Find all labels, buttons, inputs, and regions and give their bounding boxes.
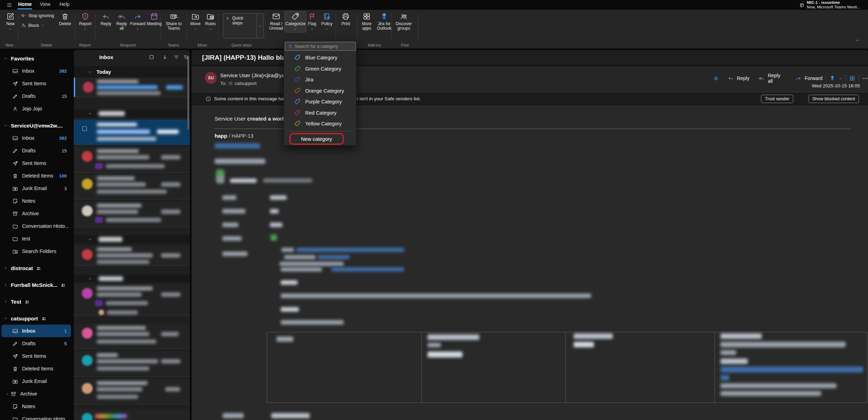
collapse-ribbon-icon[interactable] (855, 38, 860, 43)
policy-button[interactable]: Policy (319, 12, 335, 31)
forward-button[interactable]: Forward (805, 75, 823, 81)
print-button[interactable]: Print (338, 12, 354, 26)
block-button[interactable]: Block (21, 23, 44, 28)
sidebar-item-inbox[interactable]: Inbox392 (1, 65, 71, 77)
sidebar-item-inbox-selected[interactable]: Inbox1 (1, 325, 71, 337)
meeting-reminder-notification[interactable]: MIC-1 - issuetime Now, Microsoft Teams M… (799, 0, 860, 9)
recipient-name[interactable]: catsupport (235, 81, 257, 86)
sidebar-item-conversation-history[interactable]: Conversation Histo... (1, 220, 71, 232)
menu-item-blue-category[interactable]: Blue Category (284, 52, 356, 63)
flag-button[interactable]: Flag (306, 12, 319, 31)
forward-icon[interactable] (795, 75, 802, 81)
mail-list-item[interactable] (74, 246, 190, 266)
more-options-icon[interactable] (862, 75, 868, 81)
group-header-redacted[interactable] (74, 275, 190, 282)
reply-all-button[interactable]: Reply all (768, 73, 786, 84)
read-unread-button[interactable]: Read / Unread (267, 12, 285, 31)
sun-icon[interactable] (713, 75, 719, 81)
group-header-test[interactable]: Test (0, 295, 72, 308)
redacted-cell-link[interactable] (720, 367, 863, 372)
redacted-link[interactable] (296, 248, 404, 252)
jira-for-outlook-button[interactable]: Jira for Outlook (375, 12, 394, 31)
quick-steps-gallery[interactable]: Quick steps (223, 13, 264, 38)
sort-direction-icon[interactable] (162, 54, 168, 60)
mail-list-item[interactable] (74, 324, 190, 349)
reply-all-button[interactable]: Reply all (114, 12, 130, 31)
reply-button[interactable]: Reply (98, 12, 114, 26)
menu-item-purple-category[interactable]: Purple Category (284, 96, 356, 107)
category-search-input[interactable] (285, 42, 356, 51)
sidebar-item-junk-email[interactable]: Junk Email (1, 375, 71, 388)
menu-item-red-category[interactable]: Red Category (284, 107, 356, 118)
mail-list-item[interactable] (74, 202, 190, 227)
sidebar-item-archive[interactable]: Archive (1, 388, 71, 400)
reply-icon[interactable] (727, 75, 734, 81)
discover-groups-button[interactable]: Discover groups (394, 12, 414, 31)
group-header-distrocat[interactable]: distrocat (0, 262, 72, 274)
quick-steps-dropdown[interactable] (257, 14, 263, 38)
menu-item-new-category[interactable]: New category (301, 136, 332, 142)
reply-button[interactable]: Reply (737, 75, 749, 81)
menu-item-orange-category[interactable]: Orange Category (284, 85, 356, 96)
sidebar-item-test[interactable]: test (1, 232, 71, 245)
select-messages-icon[interactable] (149, 54, 155, 60)
sidebar-item-search-folders[interactable]: Search Folders (1, 245, 71, 258)
tab-view[interactable]: View (40, 1, 50, 7)
meeting-button[interactable]: Meeting (146, 12, 163, 26)
tab-home[interactable]: Home (18, 1, 32, 7)
mail-list-item[interactable] (74, 78, 190, 97)
mail-list-item[interactable] (74, 284, 190, 316)
list-scrollbar[interactable] (187, 56, 189, 129)
sidebar-item-notes[interactable]: Notes (1, 195, 71, 207)
stop-ignoring-button[interactable]: Stop ignoring (21, 13, 54, 18)
menu-item-yellow-category[interactable]: Yellow Category (284, 118, 356, 129)
sidebar-item-drafts[interactable]: Drafts5 (1, 337, 71, 350)
sidebar-item-deleted-items[interactable]: Deleted Items100 (1, 169, 71, 182)
sender-avatar[interactable]: SU (205, 72, 217, 84)
filter-icon[interactable] (173, 54, 179, 60)
category-search[interactable] (285, 42, 356, 51)
jira-icon[interactable] (829, 75, 835, 81)
favorites-header[interactable]: Favorites (0, 52, 72, 65)
redacted-link[interactable] (331, 267, 404, 271)
more-apps-button[interactable]: More apps (359, 12, 375, 31)
sidebar-item-conversation-history[interactable]: Conversation Histo... (1, 413, 71, 420)
group-header-furrball[interactable]: Furrball McSnick... (0, 278, 72, 291)
mail-list-item[interactable] (74, 379, 190, 404)
sidebar-item-jojo-jojo[interactable]: Jojo Jojo (1, 102, 71, 115)
checkbox-icon[interactable] (81, 125, 88, 132)
hamburger-menu-icon[interactable] (6, 2, 12, 8)
chevron-down-icon[interactable] (839, 77, 842, 80)
sidebar-item-drafts[interactable]: Drafts15 (1, 90, 71, 102)
report-button[interactable]: Report (77, 12, 94, 31)
mail-list-item-selected[interactable] (74, 120, 190, 145)
apps-grid-icon[interactable] (849, 75, 855, 81)
group-header-today[interactable]: Today (74, 66, 190, 78)
move-button[interactable]: Move (188, 12, 203, 31)
rules-button[interactable]: Rules (203, 12, 217, 31)
sidebar-item-junk-email[interactable]: Junk Email3 (1, 182, 71, 195)
menu-item-green-category[interactable]: Green Category (284, 63, 356, 74)
sidebar-item-inbox[interactable]: Inbox392 (1, 132, 71, 144)
group-header-redacted[interactable] (74, 110, 190, 117)
sidebar-item-sent-items[interactable]: Sent Items (1, 157, 71, 169)
forward-button[interactable]: Forward (130, 12, 146, 31)
mail-list-item-partial[interactable] (74, 410, 190, 420)
sidebar-item-sent-items[interactable]: Sent Items (1, 350, 71, 362)
mail-list-item[interactable] (74, 175, 190, 200)
mail-list-item[interactable] (74, 147, 190, 173)
sidebar-item-notes[interactable]: Notes (1, 400, 71, 413)
menu-item-jira[interactable]: Jira (284, 74, 356, 85)
sidebar-item-archive[interactable]: Archive (1, 207, 71, 220)
share-to-teams-button[interactable]: Share to Teams (162, 12, 185, 31)
categorize-button[interactable]: Categorize (285, 11, 306, 32)
sidebar-item-drafts[interactable]: Drafts15 (1, 144, 71, 157)
sidebar-item-deleted-items[interactable]: Deleted Items (1, 362, 71, 375)
group-header-catsupport[interactable]: catsupport (0, 312, 72, 325)
sidebar-item-sent-items[interactable]: Sent Items (1, 77, 71, 90)
sender-name[interactable]: Service User (Jira)<jira@yaso (220, 72, 290, 78)
reply-all-icon[interactable] (758, 75, 765, 81)
account-header[interactable]: ServiceU@vmw2w.... (0, 119, 72, 132)
show-blocked-content-button[interactable]: Show blocked content (809, 95, 859, 103)
new-button[interactable]: New (3, 12, 18, 31)
